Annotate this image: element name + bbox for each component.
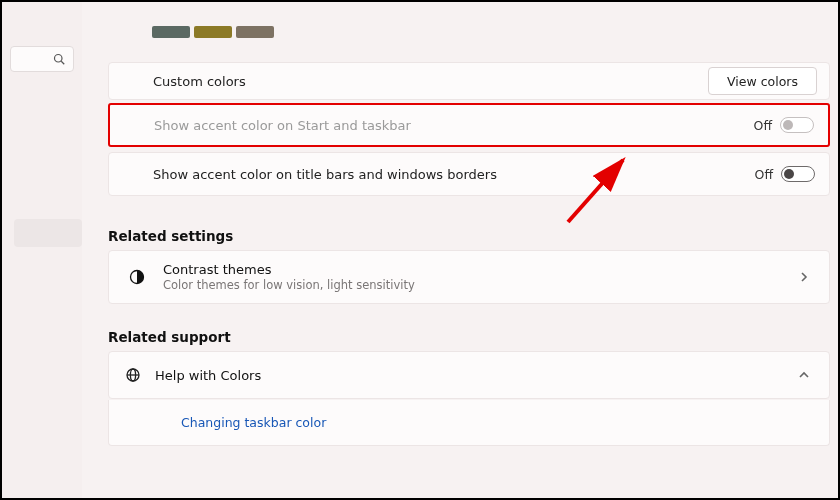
- search-icon: [53, 53, 65, 65]
- color-swatches: [152, 26, 274, 38]
- swatch-3[interactable]: [236, 26, 274, 38]
- accent-title-toggle-wrap: Off: [755, 166, 815, 182]
- view-colors-button[interactable]: View colors: [708, 67, 817, 95]
- swatch-2[interactable]: [194, 26, 232, 38]
- accent-start-toggle-wrap: Off: [754, 117, 814, 133]
- main-content: Custom colors View colors Show accent co…: [108, 2, 830, 498]
- search-input[interactable]: [10, 46, 74, 72]
- accent-titlebars-label: Show accent color on title bars and wind…: [153, 167, 497, 182]
- svg-line-1: [61, 61, 64, 64]
- settings-window: Custom colors View colors Show accent co…: [0, 0, 840, 500]
- svg-point-0: [55, 55, 63, 63]
- accent-title-toggle[interactable]: [781, 166, 815, 182]
- help-with-colors-row[interactable]: Help with Colors: [108, 351, 830, 399]
- accent-start-taskbar-row[interactable]: Show accent color on Start and taskbar O…: [108, 103, 830, 147]
- sidebar: [2, 2, 82, 498]
- related-settings-heading: Related settings: [108, 228, 233, 244]
- contrast-icon: [129, 269, 145, 285]
- changing-taskbar-color-link[interactable]: Changing taskbar color: [181, 415, 326, 430]
- accent-title-state: Off: [755, 167, 773, 182]
- globe-icon: [125, 367, 141, 383]
- accent-start-label: Show accent color on Start and taskbar: [154, 118, 411, 133]
- chevron-right-icon: [799, 272, 809, 282]
- related-support-heading: Related support: [108, 329, 231, 345]
- help-with-colors-label: Help with Colors: [155, 368, 799, 383]
- swatch-1[interactable]: [152, 26, 190, 38]
- chevron-up-icon: [799, 370, 809, 380]
- accent-start-toggle[interactable]: [780, 117, 814, 133]
- contrast-themes-row[interactable]: Contrast themes Color themes for low vis…: [108, 250, 830, 304]
- accent-titlebars-row[interactable]: Show accent color on title bars and wind…: [108, 152, 830, 196]
- custom-colors-label: Custom colors: [153, 74, 246, 89]
- help-link-row: Changing taskbar color: [108, 400, 830, 446]
- contrast-title: Contrast themes: [163, 262, 799, 277]
- contrast-subtitle: Color themes for low vision, light sensi…: [163, 278, 799, 292]
- sidebar-active-item[interactable]: [14, 219, 82, 247]
- accent-start-state: Off: [754, 118, 772, 133]
- custom-colors-row: Custom colors View colors: [108, 62, 830, 100]
